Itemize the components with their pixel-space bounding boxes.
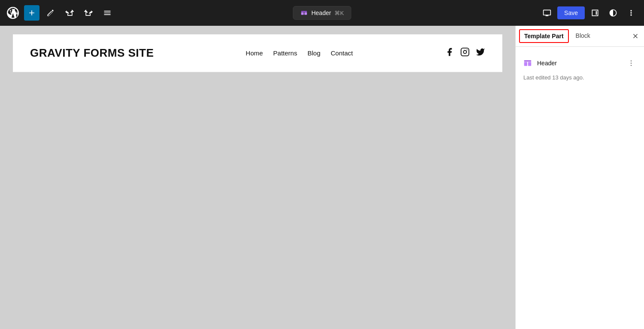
nav-item-patterns[interactable]: Patterns: [273, 49, 297, 57]
keyboard-shortcut: ⌘K: [334, 10, 344, 16]
save-button[interactable]: Save: [557, 6, 585, 19]
nav-item-home[interactable]: Home: [246, 49, 263, 57]
panel-tabs: Template Part Block: [516, 26, 644, 47]
undo-button[interactable]: [62, 5, 77, 21]
panel-content: Header Last edited 13 days ago.: [516, 47, 644, 88]
header-edit-button[interactable]: Header ⌘K: [293, 6, 351, 20]
svg-point-12: [631, 65, 632, 66]
view-monitor-button[interactable]: [539, 5, 555, 21]
tab-block[interactable]: Block: [571, 26, 595, 46]
editor-canvas: GRAVITY FORMS SITE Home Patterns Blog Co…: [0, 26, 515, 329]
site-header: GRAVITY FORMS SITE Home Patterns Blog Co…: [13, 34, 502, 72]
svg-rect-9: [528, 62, 531, 66]
more-options-button[interactable]: [623, 5, 639, 21]
nav-item-blog[interactable]: Blog: [307, 49, 320, 57]
twitter-icon: [476, 47, 485, 59]
tab-template-part[interactable]: Template Part: [519, 29, 569, 43]
nav-item-contact[interactable]: Contact: [331, 49, 353, 57]
canvas-inner: GRAVITY FORMS SITE Home Patterns Blog Co…: [13, 34, 502, 72]
panel-more-button[interactable]: [625, 57, 637, 69]
svg-point-11: [631, 63, 632, 64]
site-navigation: Home Patterns Blog Contact: [246, 49, 353, 57]
svg-point-10: [631, 61, 632, 61]
facebook-icon: [445, 47, 454, 59]
svg-rect-8: [524, 62, 527, 66]
site-title: GRAVITY FORMS SITE: [30, 46, 154, 60]
toolbar-right: Save: [539, 5, 639, 21]
right-panel: Template Part Block Header: [515, 26, 644, 329]
panel-close-button[interactable]: [629, 29, 642, 43]
contrast-button[interactable]: [605, 5, 621, 21]
instagram-icon: [460, 47, 470, 59]
header-title-label: Header: [311, 9, 331, 16]
header-label-area: Header ⌘K: [293, 6, 351, 20]
svg-rect-2: [304, 12, 307, 15]
main-area: GRAVITY FORMS SITE Home Patterns Blog Co…: [0, 26, 644, 329]
svg-rect-3: [461, 48, 469, 56]
svg-rect-1: [301, 12, 304, 15]
list-view-button[interactable]: [100, 5, 115, 21]
svg-rect-0: [301, 11, 307, 12]
header-template-icon: [522, 58, 533, 68]
edit-tool-button[interactable]: [43, 5, 58, 21]
toolbar: Header ⌘K Save: [0, 0, 644, 26]
social-icons: [445, 47, 485, 59]
panel-header-name: Header: [537, 60, 621, 67]
redo-button[interactable]: [81, 5, 96, 21]
toggle-sidebar-button[interactable]: [587, 5, 603, 21]
add-block-button[interactable]: [24, 5, 39, 21]
wordpress-logo[interactable]: [5, 5, 21, 21]
panel-header-item: Header: [522, 54, 637, 73]
svg-rect-7: [524, 61, 532, 62]
last-edited-label: Last edited 13 days ago.: [522, 74, 637, 81]
